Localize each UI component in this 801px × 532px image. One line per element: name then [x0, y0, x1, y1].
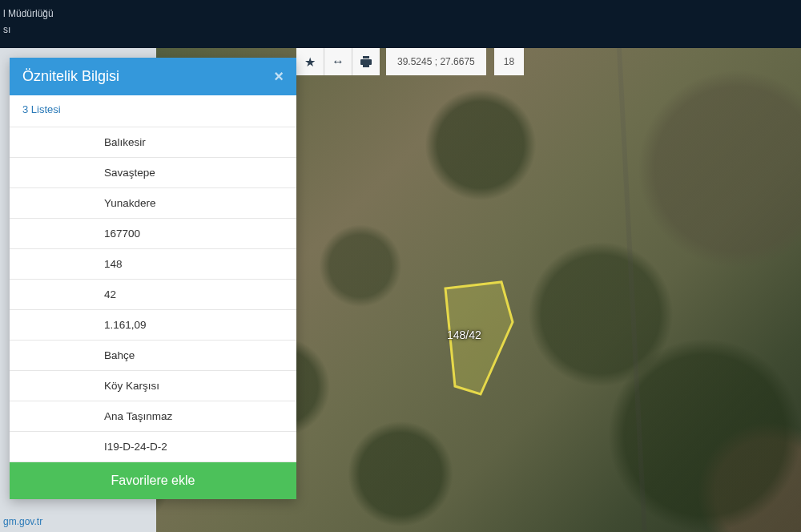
modal-title: Öznitelik Bilgisi	[22, 68, 119, 85]
attr-value: Ana Taşınmaz	[10, 401, 296, 432]
table-row: Balıkesir	[10, 127, 296, 158]
table-row: 42	[10, 280, 296, 310]
table-row: Köy Karşısı	[10, 371, 296, 401]
table-row: 1.161,09	[10, 310, 296, 341]
table-row: Bahçe	[10, 341, 296, 371]
star-icon[interactable]: ★	[296, 48, 324, 75]
table-row: Savaştepe	[10, 158, 296, 188]
attr-value: Bahçe	[10, 341, 296, 371]
close-icon[interactable]: ×	[274, 67, 284, 86]
footer-link[interactable]: gm.gov.tr	[3, 516, 42, 527]
attr-value: Savaştepe	[10, 158, 296, 188]
table-row: Yunakdere	[10, 188, 296, 219]
header-line-1: l Müdürlüğü	[3, 6, 798, 21]
table-row: I19-D-24-D-2	[10, 432, 296, 462]
attr-value: Balıkesir	[10, 127, 296, 158]
attr-value: 167700	[10, 219, 296, 249]
attribute-info-modal: Öznitelik Bilgisi × 3 Listesi Balıkesir …	[10, 58, 296, 499]
tab-label: 3 Listesi	[22, 103, 61, 115]
ruler-icon[interactable]: ↔	[324, 48, 352, 75]
attr-value: 148	[10, 249, 296, 280]
attr-value: 1.161,09	[10, 310, 296, 341]
attribute-table: Balıkesir Savaştepe Yunakdere 167700 148…	[10, 127, 296, 462]
map-toolbar: ★ ↔ 39.5245 ; 27.6675 18	[296, 48, 524, 75]
table-row: 148	[10, 249, 296, 280]
table-row: Ana Taşınmaz	[10, 401, 296, 432]
add-to-favorites-button[interactable]: Favorilere ekle	[10, 462, 296, 499]
coordinates-display: 39.5245 ; 27.6675	[386, 48, 486, 75]
parcel-label: 148/42	[447, 328, 481, 341]
attr-value: Köy Karşısı	[10, 371, 296, 401]
attr-value: I19-D-24-D-2	[10, 432, 296, 462]
modal-tab[interactable]: 3 Listesi	[10, 95, 296, 127]
attr-value: 42	[10, 280, 296, 310]
app-header: l Müdürlüğü sı	[0, 0, 801, 48]
zoom-level-display: 18	[494, 48, 524, 75]
modal-header: Öznitelik Bilgisi ×	[10, 58, 296, 95]
header-line-2: sı	[3, 22, 798, 37]
print-icon[interactable]	[352, 48, 380, 75]
table-row: 167700	[10, 219, 296, 249]
attr-value: Yunakdere	[10, 188, 296, 219]
